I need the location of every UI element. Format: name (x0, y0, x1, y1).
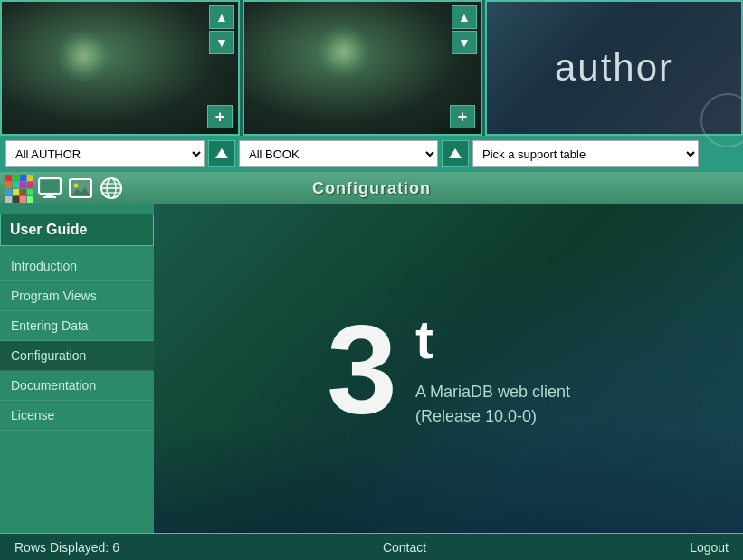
toolbar-icons (5, 176, 125, 201)
image-icon[interactable] (67, 176, 94, 201)
svg-marker-1 (449, 148, 462, 158)
content-right: t A MariaDB web client (Release 10.0-0) (415, 308, 570, 429)
author-panel: author (485, 0, 743, 136)
sidebar-item-documentation[interactable]: Documentation (0, 371, 154, 401)
logout-link[interactable]: Logout (690, 540, 729, 555)
nav-buttons-1: ▲ ▼ (209, 5, 234, 54)
svg-rect-5 (43, 196, 56, 198)
sidebar-header: User Guide (0, 214, 154, 246)
footer: Rows Displayed: 6 Contact Logout (0, 533, 743, 560)
contact-link[interactable]: Contact (383, 540, 426, 555)
arrow-up-icon (214, 146, 230, 162)
toolbar: Configuration (0, 172, 743, 204)
author-filter-go-btn[interactable] (208, 140, 235, 167)
nav-up-btn-2[interactable]: ▲ (452, 5, 477, 29)
app-description-line1: A MariaDB web client (415, 380, 570, 404)
book-filter-go-btn[interactable] (442, 140, 469, 167)
superscript-t: t (415, 308, 433, 371)
arrow-up-icon-2 (447, 146, 463, 162)
author-filter-select[interactable]: All AUTHOR (5, 140, 205, 167)
nav-up-btn-1[interactable]: ▲ (209, 5, 234, 29)
sidebar: User Guide Introduction Program Views En… (0, 204, 154, 533)
author-label: author (555, 46, 673, 90)
globe-icon[interactable] (98, 176, 125, 201)
big-number: 3 (327, 306, 397, 432)
glow-dot-1 (56, 29, 110, 83)
svg-rect-3 (41, 180, 59, 192)
content-area: 3 t A MariaDB web client (Release 10.0-0… (154, 204, 743, 533)
nav-down-btn-2[interactable]: ▼ (452, 31, 477, 54)
add-btn-2[interactable]: + (450, 105, 475, 128)
rows-displayed: Rows Displayed: 6 (14, 540, 119, 555)
nav-buttons-2: ▲ ▼ (452, 5, 477, 54)
image-panel-1: ▲ ▼ + (0, 0, 240, 136)
app-description: A MariaDB web client (Release 10.0-0) (415, 380, 570, 429)
filter-bar: All AUTHOR All BOOK Pick a support table (0, 136, 743, 172)
content-main: 3 t A MariaDB web client (Release 10.0-0… (327, 306, 570, 432)
image-panel-2: ▲ ▼ + (243, 0, 482, 136)
add-btn-1[interactable]: + (207, 105, 233, 128)
sidebar-item-introduction[interactable]: Introduction (0, 252, 154, 281)
svg-rect-4 (46, 194, 53, 196)
main-area: User Guide Introduction Program Views En… (0, 204, 743, 533)
sidebar-item-license[interactable]: License (0, 401, 154, 431)
sidebar-item-entering-data[interactable]: Entering Data (0, 311, 154, 341)
svg-point-8 (74, 184, 79, 188)
toolbar-title: Configuration (312, 179, 431, 198)
nav-down-btn-1[interactable]: ▼ (209, 31, 234, 54)
color-grid-icon[interactable] (5, 176, 33, 201)
glow-dot-2 (317, 24, 371, 79)
app-description-line2: (Release 10.0-0) (415, 404, 570, 429)
support-filter-select[interactable]: Pick a support table (472, 140, 699, 167)
monitor-icon[interactable] (36, 176, 63, 201)
book-filter-select[interactable]: All BOOK (239, 140, 438, 167)
sidebar-item-program-views[interactable]: Program Views (0, 281, 154, 311)
top-area: ▲ ▼ + ▲ ▼ + author (0, 0, 743, 136)
svg-marker-0 (215, 148, 228, 158)
sidebar-item-configuration[interactable]: Configuration (0, 341, 154, 371)
